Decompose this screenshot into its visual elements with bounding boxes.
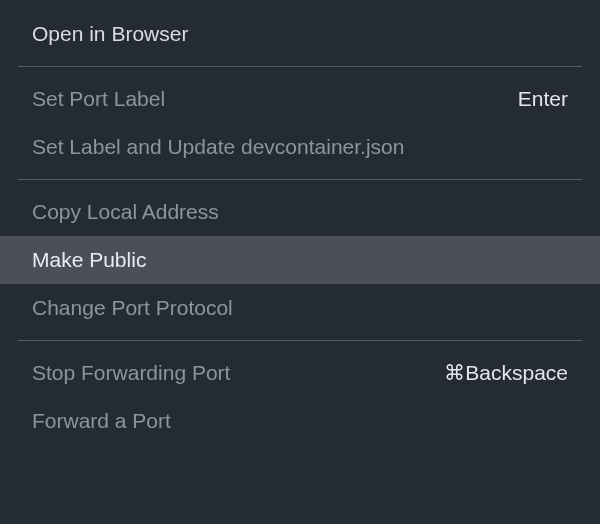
menu-item-open-in-browser[interactable]: Open in Browser xyxy=(0,10,600,58)
menu-item-label: Open in Browser xyxy=(32,22,188,46)
menu-separator xyxy=(18,340,582,341)
menu-item-label: Copy Local Address xyxy=(32,200,219,224)
menu-item-change-port-protocol[interactable]: Change Port Protocol xyxy=(0,284,600,332)
menu-item-stop-forwarding-port[interactable]: Stop Forwarding Port ⌘Backspace xyxy=(0,349,600,397)
menu-separator xyxy=(18,66,582,67)
menu-item-forward-a-port[interactable]: Forward a Port xyxy=(0,397,600,445)
menu-item-set-port-label[interactable]: Set Port Label Enter xyxy=(0,75,600,123)
context-menu: Open in Browser Set Port Label Enter Set… xyxy=(0,0,600,455)
menu-separator xyxy=(18,179,582,180)
menu-item-set-label-update-devcontainer[interactable]: Set Label and Update devcontainer.json xyxy=(0,123,600,171)
menu-item-label: Set Port Label xyxy=(32,87,165,111)
menu-item-shortcut: Enter xyxy=(518,87,568,111)
menu-item-label: Stop Forwarding Port xyxy=(32,361,230,385)
menu-item-label: Forward a Port xyxy=(32,409,171,433)
menu-item-label: Set Label and Update devcontainer.json xyxy=(32,135,404,159)
menu-item-make-public[interactable]: Make Public xyxy=(0,236,600,284)
menu-item-label: Make Public xyxy=(32,248,146,272)
menu-item-label: Change Port Protocol xyxy=(32,296,233,320)
menu-item-copy-local-address[interactable]: Copy Local Address xyxy=(0,188,600,236)
menu-item-shortcut: ⌘Backspace xyxy=(444,361,568,385)
